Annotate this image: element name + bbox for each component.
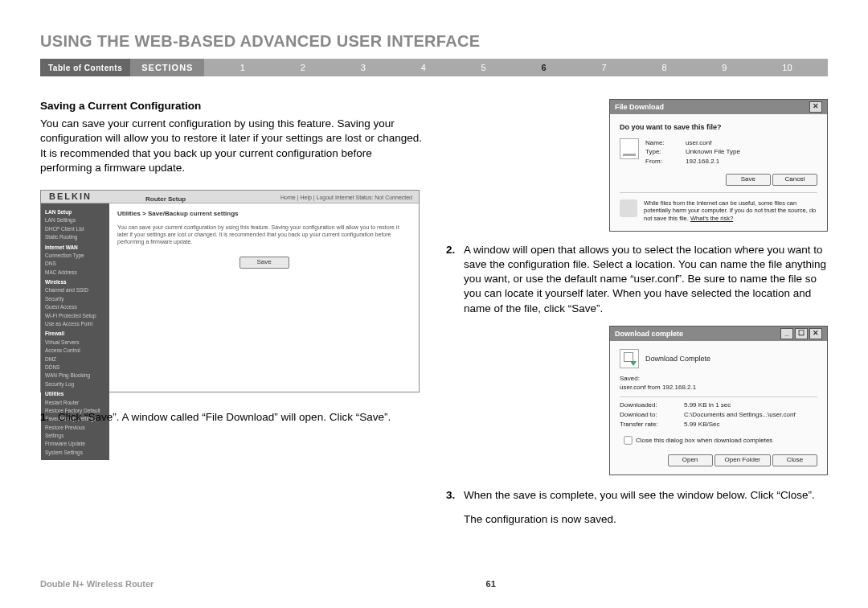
dc-downloaded-value: 5.99 KB in 1 sec bbox=[684, 401, 731, 410]
fd-type-value: Unknown File Type bbox=[686, 148, 740, 155]
close-icon[interactable]: ✕ bbox=[809, 328, 822, 339]
section-nav: Table of Contents SECTIONS 1 2 3 4 5 6 7… bbox=[40, 59, 828, 76]
dc-downloaded-label: Downloaded: bbox=[620, 401, 684, 410]
close-icon[interactable]: ✕ bbox=[809, 101, 822, 113]
dc-close-button[interactable]: Close bbox=[772, 454, 817, 466]
dc-saved-value: user.conf from 192.168.2.1 bbox=[620, 384, 817, 392]
section-7-link[interactable]: 7 bbox=[601, 63, 606, 72]
sidebar-item[interactable]: Restart Router bbox=[45, 399, 105, 407]
dc-title: Download complete bbox=[615, 329, 683, 339]
router-header-title: Router Setup bbox=[145, 195, 186, 204]
sidebar-item[interactable]: WAN Ping Blocking bbox=[45, 372, 105, 380]
section-4-link[interactable]: 4 bbox=[421, 63, 426, 72]
page-number: 61 bbox=[486, 579, 496, 589]
fd-cancel-button[interactable]: Cancel bbox=[772, 174, 817, 186]
sidebar-item[interactable]: MAC Address bbox=[45, 269, 105, 277]
section-subhead: Saving a Current Configuration bbox=[40, 99, 422, 113]
dc-rate-label: Transfer rate: bbox=[620, 420, 684, 429]
router-save-button[interactable]: Save bbox=[240, 257, 289, 269]
file-download-title: File Download bbox=[615, 102, 664, 112]
belkin-logo: BELKIN bbox=[49, 191, 92, 203]
sidebar-item[interactable]: Firmware Update bbox=[45, 440, 105, 448]
router-admin-screenshot: BELKIN Router Setup Home | Help | Logout… bbox=[40, 190, 420, 392]
sidebar-group-lan: LAN Setup bbox=[45, 208, 105, 216]
sidebar-item[interactable]: Channel and SSID bbox=[45, 286, 105, 294]
sections-label: SECTIONS bbox=[130, 59, 204, 76]
fd-type-label: Type: bbox=[645, 147, 686, 156]
final-note: The configuration is now saved. bbox=[464, 512, 828, 527]
sidebar-item[interactable]: Static Routing bbox=[45, 233, 105, 241]
minimize-icon[interactable]: _ bbox=[780, 328, 793, 339]
shield-icon bbox=[620, 199, 637, 217]
dc-heading: Download Complete bbox=[645, 354, 710, 364]
sidebar-group-wireless: Wireless bbox=[45, 278, 105, 286]
step-2-number: 2. bbox=[446, 243, 464, 316]
section-8-link[interactable]: 8 bbox=[661, 63, 666, 72]
section-10-link[interactable]: 10 bbox=[782, 63, 792, 72]
footer-product: Double N+ Wireless Router bbox=[40, 579, 154, 589]
sidebar-item[interactable]: DMZ bbox=[45, 355, 105, 364]
section-numbers: 1 2 3 4 5 6 7 8 9 10 bbox=[204, 59, 828, 76]
download-icon bbox=[620, 349, 639, 368]
section-1-link[interactable]: 1 bbox=[240, 63, 245, 72]
section-5-link[interactable]: 5 bbox=[481, 63, 486, 72]
page-title: USING THE WEB-BASED ADVANCED USER INTERF… bbox=[40, 32, 828, 51]
section-9-link[interactable]: 9 bbox=[722, 63, 727, 72]
dc-to-label: Download to: bbox=[620, 410, 684, 420]
sidebar-item[interactable]: Security bbox=[45, 295, 105, 303]
sidebar-item[interactable]: Wi-Fi Protected Setup bbox=[45, 312, 105, 320]
step-3-number: 3. bbox=[446, 488, 464, 503]
file-icon bbox=[620, 138, 639, 159]
fd-risk-link[interactable]: What's the risk? bbox=[690, 215, 733, 222]
fd-name-value: user.conf bbox=[686, 139, 711, 146]
router-breadcrumb: Utilities > Save/Backup current settings bbox=[117, 210, 411, 219]
download-complete-dialog: Download complete _ ☐ ✕ Download Complet… bbox=[609, 326, 828, 475]
sidebar-item[interactable]: Access Control bbox=[45, 347, 105, 355]
section-3-link[interactable]: 3 bbox=[361, 63, 366, 72]
sidebar-item[interactable]: Connection Type bbox=[45, 252, 105, 260]
dc-open-button[interactable]: Open bbox=[668, 454, 713, 466]
sidebar-item[interactable]: Restore Previous Settings bbox=[45, 424, 105, 441]
sidebar-group-wan: Internet WAN bbox=[45, 244, 105, 252]
dc-checkbox-label: Close this dialog box when download comp… bbox=[636, 437, 772, 444]
sidebar-item[interactable]: DDNS bbox=[45, 364, 105, 372]
step-3-text: When the save is complete, you will see … bbox=[464, 488, 828, 503]
router-header-links: Home | Help | Logout Internet Status: No… bbox=[280, 194, 412, 201]
fd-save-button[interactable]: Save bbox=[726, 174, 771, 186]
fd-from-label: From: bbox=[645, 157, 686, 166]
fd-from-value: 192.168.2.1 bbox=[686, 158, 719, 165]
step-1-number: 1. bbox=[40, 410, 58, 425]
maximize-icon[interactable]: ☐ bbox=[795, 328, 808, 339]
section-6-link[interactable]: 6 bbox=[542, 63, 547, 72]
dc-open-folder-button[interactable]: Open Folder bbox=[714, 454, 771, 466]
dc-to-value: C:\Documents and Settings...\user.conf bbox=[684, 410, 796, 420]
step-2-text: A window will open that allows you to se… bbox=[464, 243, 828, 316]
section-2-link[interactable]: 2 bbox=[301, 63, 305, 72]
sidebar-item[interactable]: Guest Access bbox=[45, 303, 105, 311]
sidebar-group-utilities: Utilities bbox=[45, 390, 105, 398]
dc-rate-value: 5.99 KB/Sec bbox=[684, 420, 719, 429]
sidebar-item[interactable]: Virtual Servers bbox=[45, 339, 105, 347]
sidebar-group-firewall: Firewall bbox=[45, 330, 105, 338]
right-column: File Download ✕ Do you want to save this… bbox=[446, 99, 828, 534]
sidebar-item[interactable]: DNS bbox=[45, 260, 105, 268]
sidebar-item[interactable]: Use as Access Point bbox=[45, 320, 105, 328]
left-column: Saving a Current Configuration You can s… bbox=[40, 99, 422, 534]
dc-saved-label: Saved: bbox=[620, 375, 817, 384]
toc-link[interactable]: Table of Contents bbox=[40, 59, 130, 76]
file-download-dialog: File Download ✕ Do you want to save this… bbox=[609, 99, 828, 232]
file-download-question: Do you want to save this file? bbox=[620, 122, 817, 132]
router-description: You can save your current configuration … bbox=[117, 224, 411, 245]
sidebar-item[interactable]: Security Log bbox=[45, 380, 105, 388]
sidebar-item[interactable]: System Settings bbox=[45, 449, 105, 457]
step-1-text: Click “Save”. A window called “File Down… bbox=[58, 410, 422, 425]
sidebar-item[interactable]: DHCP Client List bbox=[45, 225, 105, 233]
sidebar-item[interactable]: LAN Settings bbox=[45, 216, 105, 224]
intro-paragraph: You can save your current configuration … bbox=[40, 117, 422, 175]
fd-name-label: Name: bbox=[645, 138, 686, 147]
dc-close-checkbox[interactable] bbox=[624, 437, 632, 445]
